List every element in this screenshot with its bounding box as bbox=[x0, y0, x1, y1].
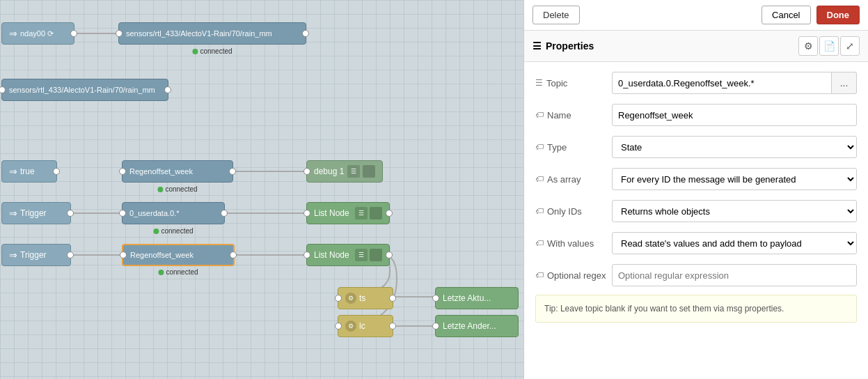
topic-input[interactable] bbox=[612, 72, 832, 94]
node-trigger-top[interactable]: ⇒ Trigger bbox=[1, 202, 71, 224]
status-dot bbox=[192, 49, 198, 54]
list-icon: ☰ bbox=[355, 207, 368, 219]
node-list-bottom[interactable]: List Node ☰ bbox=[306, 244, 390, 266]
node-trigger-bottom[interactable]: ⇒ Trigger bbox=[1, 244, 71, 266]
node-port-right[interactable] bbox=[164, 86, 171, 93]
node-label: Regenoffset_week bbox=[129, 167, 193, 176]
node-port-left[interactable] bbox=[303, 252, 310, 258]
delete-button[interactable]: Delete bbox=[532, 6, 580, 24]
node-port-right[interactable] bbox=[221, 210, 228, 217]
node-letzte-ander[interactable]: Letzte Ander... bbox=[435, 315, 519, 337]
node-port-left[interactable] bbox=[116, 30, 123, 37]
file-icon-btn[interactable]: 📄 bbox=[819, 36, 839, 56]
type-select[interactable]: State Value Object bbox=[612, 136, 857, 158]
node-regenoffset-bottom[interactable]: Regenoffset_week connected bbox=[122, 244, 235, 266]
node-port-right[interactable] bbox=[53, 168, 60, 175]
expand-icon-btn[interactable]: ⤢ bbox=[840, 36, 860, 56]
node-status: connected bbox=[158, 268, 198, 276]
status-dot bbox=[158, 270, 164, 275]
node-nday00[interactable]: ⇒ nday00 ⟳ bbox=[1, 22, 74, 45]
gear-icon-btn[interactable]: ⚙ bbox=[798, 36, 818, 56]
properties-panel: Delete Cancel Done ☰ Properties ⚙ 📄 ⤢ ☰ … bbox=[523, 0, 868, 379]
node-list-top[interactable]: List Node ☰ bbox=[306, 202, 390, 224]
node-sensors-left[interactable]: sensors/rtl_433/AlectoV1-Rain/70/rain_mm bbox=[1, 79, 168, 101]
status-dot bbox=[157, 187, 163, 192]
node-port-right[interactable] bbox=[302, 30, 309, 37]
node-label: nday00 ⟳ bbox=[20, 29, 54, 38]
node-label: Trigger bbox=[20, 250, 47, 260]
node-port-right[interactable] bbox=[389, 295, 396, 302]
node-port-left[interactable] bbox=[120, 252, 127, 258]
tip-text: Tip: Leave topic blank if you want to se… bbox=[544, 304, 784, 314]
node-port-left[interactable] bbox=[119, 168, 126, 175]
node-port-right[interactable] bbox=[229, 168, 236, 175]
node-port-left[interactable] bbox=[303, 210, 310, 217]
node-label: 0_userdata.0.* bbox=[129, 209, 180, 217]
with-values-select[interactable]: Read state's values and add them to payl… bbox=[612, 232, 857, 254]
topic-field-group: ... bbox=[612, 72, 857, 94]
panel-toolbar: Delete Cancel Done bbox=[524, 0, 868, 31]
node-port-right[interactable] bbox=[389, 323, 396, 330]
node-port-right[interactable] bbox=[67, 210, 74, 217]
optional-regex-row: 🏷 Optional regex bbox=[535, 263, 857, 288]
node-true[interactable]: ⇒ true bbox=[1, 160, 57, 183]
optional-regex-label: 🏷 Optional regex bbox=[535, 270, 612, 281]
tag-icon: 🏷 bbox=[535, 238, 544, 248]
panel-header-icons: ⚙ 📄 ⤢ bbox=[798, 36, 860, 56]
type-row: 🏷 Type State Value Object bbox=[535, 134, 857, 160]
node-port-left[interactable] bbox=[432, 295, 439, 302]
list-toggle[interactable] bbox=[370, 207, 382, 219]
tag-icon: 🏷 bbox=[535, 174, 544, 184]
topic-row: ☰ Topic ... bbox=[535, 70, 857, 95]
debug-toggle[interactable] bbox=[363, 165, 375, 178]
node-label: sensors/rtl_433/AlectoV1-Rain/70/rain_mm bbox=[9, 86, 155, 94]
node-port-left[interactable] bbox=[303, 168, 310, 175]
status-dot bbox=[153, 229, 159, 234]
only-ids-select[interactable]: Returns whole objects Only IDs bbox=[612, 200, 857, 222]
as-array-row: 🏷 As array For every ID the message will… bbox=[535, 167, 857, 192]
node-port-left[interactable] bbox=[335, 323, 342, 330]
cancel-button[interactable]: Cancel bbox=[762, 6, 810, 24]
ts-icon: ⚙ bbox=[345, 293, 356, 304]
node-port-right[interactable] bbox=[70, 30, 77, 37]
node-port-left[interactable] bbox=[119, 210, 126, 217]
panel-title: Properties bbox=[546, 40, 594, 52]
properties-icon: ☰ bbox=[532, 40, 542, 52]
optional-regex-input[interactable] bbox=[612, 264, 857, 286]
done-button[interactable]: Done bbox=[816, 6, 860, 24]
node-sensors-top[interactable]: sensors/rtl_433/AlectoV1-Rain/70/rain_mm… bbox=[118, 22, 306, 45]
node-debug1[interactable]: debug 1 ☰ bbox=[306, 160, 383, 183]
panel-header-left: ☰ Properties bbox=[532, 40, 594, 52]
node-label: Letzte Aktu... bbox=[443, 293, 491, 303]
node-port-left[interactable] bbox=[432, 323, 439, 330]
with-values-row: 🏷 With values Read state's values and ad… bbox=[535, 231, 857, 256]
node-port-right[interactable] bbox=[230, 252, 237, 258]
only-ids-row: 🏷 Only IDs Returns whole objects Only ID… bbox=[535, 199, 857, 224]
tip-box: Tip: Leave topic blank if you want to se… bbox=[535, 295, 857, 323]
node-userdata[interactable]: 0_userdata.0.* connected bbox=[122, 202, 225, 224]
node-status: connected bbox=[157, 185, 197, 193]
topic-addon-btn[interactable]: ... bbox=[832, 72, 857, 94]
tag-icon: ☰ bbox=[535, 78, 543, 88]
node-port-left[interactable] bbox=[335, 295, 342, 302]
node-regenoffset-top[interactable]: Regenoffset_week connected bbox=[122, 160, 233, 183]
list-toggle[interactable] bbox=[370, 249, 382, 261]
lc-icon: ⚙ bbox=[345, 320, 356, 332]
as-array-select[interactable]: For every ID the message will be generat… bbox=[612, 168, 857, 190]
node-port-right[interactable] bbox=[386, 252, 393, 258]
node-ts[interactable]: ⚙ ts bbox=[338, 287, 393, 309]
node-lc[interactable]: ⚙ lc bbox=[338, 315, 393, 337]
node-label: true bbox=[20, 167, 35, 176]
node-letzte-aktu[interactable]: Letzte Aktu... bbox=[435, 287, 519, 309]
node-label: sensors/rtl_433/AlectoV1-Rain/70/rain_mm bbox=[126, 29, 272, 38]
name-input[interactable] bbox=[612, 104, 857, 126]
node-port-right[interactable] bbox=[67, 252, 74, 258]
node-label: lc bbox=[359, 321, 365, 331]
node-arrow-icon: ⇒ bbox=[9, 208, 17, 219]
type-label: 🏷 Type bbox=[535, 142, 612, 153]
node-label: Letzte Ander... bbox=[443, 321, 496, 331]
node-label: List Node bbox=[314, 250, 349, 260]
node-port-left[interactable] bbox=[0, 86, 6, 93]
node-port-right[interactable] bbox=[386, 210, 393, 217]
node-label: Trigger bbox=[20, 208, 47, 218]
